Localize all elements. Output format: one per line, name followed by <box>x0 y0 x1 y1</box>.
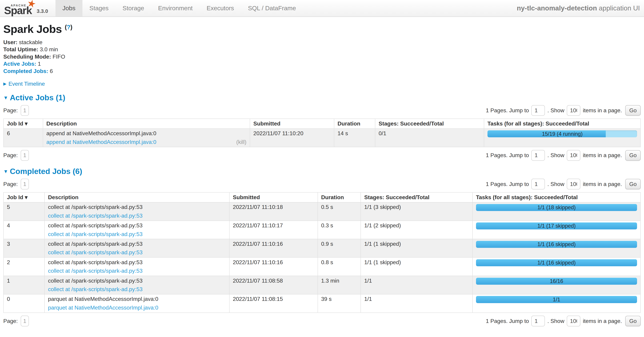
task-progress-bar: 1/1 <box>476 296 637 303</box>
job-description-cell: append at NativeMethodAccessorImpl.java:… <box>43 129 250 147</box>
tasks-cell: 1/1 (16 skipped) <box>472 257 640 276</box>
go-button[interactable]: Go <box>625 150 641 161</box>
help-paren-close: ) <box>70 24 72 30</box>
pager-controls: 1 Pages. Jump to. Showitems in a page.Go <box>486 316 641 326</box>
column-header-3[interactable]: Duration <box>318 192 361 202</box>
job-id-cell: 1 <box>4 276 44 294</box>
spark-jobs-page: APACHE Spark ★ 3.3.0 JobsStagesStorageEn… <box>0 0 644 337</box>
event-timeline-toggle[interactable]: ▶Event Timeline <box>3 81 641 87</box>
job-detail-link[interactable]: collect at /spark-scripts/spark-ad.py:53 <box>48 286 142 292</box>
column-header-4[interactable]: Stages: Succeeded/Total <box>361 192 472 202</box>
job-id-cell: 3 <box>4 239 44 257</box>
active-jobs-section-toggle[interactable]: ▼Active Jobs (1) <box>3 93 641 102</box>
summary-label[interactable]: Completed Jobs: <box>3 68 48 74</box>
job-description-text: parquet at NativeMethodAccessorImpl.java… <box>48 296 226 302</box>
tab-stages[interactable]: Stages <box>82 0 116 16</box>
spark-version: 3.3.0 <box>37 8 48 14</box>
page-size-input[interactable] <box>567 316 580 326</box>
column-header-1[interactable]: Description <box>44 192 230 202</box>
task-progress-bar: 1/1 (16 skipped) <box>476 241 637 248</box>
job-detail-link[interactable]: append at NativeMethodAccessorImpl.java:… <box>46 139 156 145</box>
tab-sql-dataframe[interactable]: SQL / DataFrame <box>241 0 303 16</box>
job-description-line2: collect at /spark-scripts/spark-ad.py:53 <box>48 268 226 274</box>
job-detail-link[interactable]: collect at /spark-scripts/spark-ad.py:53 <box>48 249 142 256</box>
column-header-3[interactable]: Duration <box>334 119 375 128</box>
tasks-cell: 1/1 (17 skipped) <box>472 221 640 239</box>
duration-cell: 0.3 s <box>318 221 361 239</box>
job-id-cell: 5 <box>4 202 44 221</box>
task-progress-bar: 16/16 <box>476 278 637 285</box>
page-title: Spark Jobs (?) <box>3 22 641 35</box>
column-header-5[interactable]: Tasks (for all stages): Succeeded/Total <box>484 119 640 128</box>
job-description-text: collect at /spark-scripts/spark-ad.py:53 <box>48 223 226 229</box>
column-header-0[interactable]: Job Id ▾ <box>4 192 44 202</box>
column-header-2[interactable]: Submitted <box>250 119 334 128</box>
summary-value: stackable <box>19 39 42 45</box>
stages-cell: 1/1 (1 skipped) <box>361 239 472 257</box>
go-button[interactable]: Go <box>625 179 641 189</box>
submitted-cell: 2022/11/07 11:08:58 <box>230 276 318 294</box>
tab-storage[interactable]: Storage <box>116 0 151 16</box>
task-progress-label: 16/16 <box>476 278 637 285</box>
go-button[interactable]: Go <box>625 105 641 116</box>
completed-jobs-section-toggle[interactable]: ▼Completed Jobs (6) <box>3 167 641 176</box>
tab-jobs[interactable]: Jobs <box>56 0 82 16</box>
active-jobs-pager-bottom: Page:11 Pages. Jump to. Showitems in a p… <box>3 150 641 161</box>
page-size-input[interactable] <box>567 150 580 161</box>
jump-to-input[interactable] <box>531 179 545 189</box>
job-row-1: 1collect at /spark-scripts/spark-ad.py:5… <box>4 276 640 294</box>
pager-row: Page:11 Pages. Jump to. Showitems in a p… <box>3 150 641 161</box>
event-timeline-label: Event Timeline <box>8 81 45 87</box>
column-header-2[interactable]: Submitted <box>230 192 318 202</box>
jump-to-input[interactable] <box>531 105 545 116</box>
jump-to-input[interactable] <box>531 150 545 161</box>
job-detail-link[interactable]: collect at /spark-scripts/spark-ad.py:53 <box>48 268 142 274</box>
job-row-6: 6append at NativeMethodAccessorImpl.java… <box>4 129 640 147</box>
submitted-cell: 2022/11/07 11:10:18 <box>230 202 318 221</box>
column-header-5[interactable]: Tasks (for all stages): Succeeded/Total <box>472 192 640 202</box>
duration-cell: 0.9 s <box>318 239 361 257</box>
column-header-4[interactable]: Stages: Succeeded/Total <box>375 119 484 128</box>
job-detail-link[interactable]: collect at /spark-scripts/spark-ad.py:53 <box>48 213 142 219</box>
stages-cell: 1/1 (3 skipped) <box>361 202 472 221</box>
page-label: Page: <box>3 181 18 187</box>
job-detail-link[interactable]: parquet at NativeMethodAccessorImpl.java… <box>48 305 158 311</box>
job-description-line2: parquet at NativeMethodAccessorImpl.java… <box>48 305 226 311</box>
spark-logo[interactable]: APACHE Spark ★ 3.3.0 <box>0 0 50 16</box>
jump-to-input[interactable] <box>531 316 545 326</box>
go-button[interactable]: Go <box>625 316 641 326</box>
pager-controls: 1 Pages. Jump to. Showitems in a page.Go <box>486 150 641 161</box>
pager-page-indicator: Page:1 <box>3 105 29 116</box>
page-size-input[interactable] <box>567 105 580 116</box>
current-page-box: 1 <box>21 150 29 161</box>
help-sup: (?) <box>65 24 72 30</box>
help-link[interactable]: ? <box>67 24 70 30</box>
kill-link[interactable]: (kill) <box>236 139 246 145</box>
summary-item-4: Completed Jobs: 6 <box>3 68 641 75</box>
tasks-cell: 1/1 <box>472 294 640 313</box>
pager-controls: 1 Pages. Jump to. Showitems in a page.Go <box>486 179 641 189</box>
tab-environment[interactable]: Environment <box>151 0 200 16</box>
duration-cell: 1.3 min <box>318 276 361 294</box>
job-detail-link[interactable]: collect at /spark-scripts/spark-ad.py:53 <box>48 231 142 237</box>
page-size-input[interactable] <box>567 179 580 189</box>
job-id-cell: 2 <box>4 257 44 276</box>
page-label: Page: <box>3 107 18 114</box>
job-description-cell: collect at /spark-scripts/spark-ad.py:53… <box>44 257 230 276</box>
spark-wordmark: APACHE Spark ★ <box>4 2 32 16</box>
table-header-row: Job Id ▾DescriptionSubmittedDurationStag… <box>4 192 640 202</box>
summary-item-2: Scheduling Mode: FIFO <box>3 53 641 60</box>
job-row-0: 0parquet at NativeMethodAccessorImpl.jav… <box>4 294 640 313</box>
show-label: . Show <box>547 181 564 187</box>
duration-cell: 0.5 s <box>318 202 361 221</box>
completed-jobs-pager-bottom: Page:11 Pages. Jump to. Showitems in a p… <box>3 316 641 326</box>
tasks-cell: 1/1 (16 skipped) <box>472 239 640 257</box>
summary-label[interactable]: Active Jobs: <box>3 61 36 67</box>
column-header-1[interactable]: Description <box>43 119 250 128</box>
summary-label: User: <box>3 39 18 45</box>
stages-cell: 1/1 <box>361 276 472 294</box>
tab-executors[interactable]: Executors <box>200 0 241 16</box>
column-header-0[interactable]: Job Id ▾ <box>4 119 43 128</box>
summary-value: FIFO <box>52 53 65 60</box>
summary-value: 1 <box>38 61 41 67</box>
